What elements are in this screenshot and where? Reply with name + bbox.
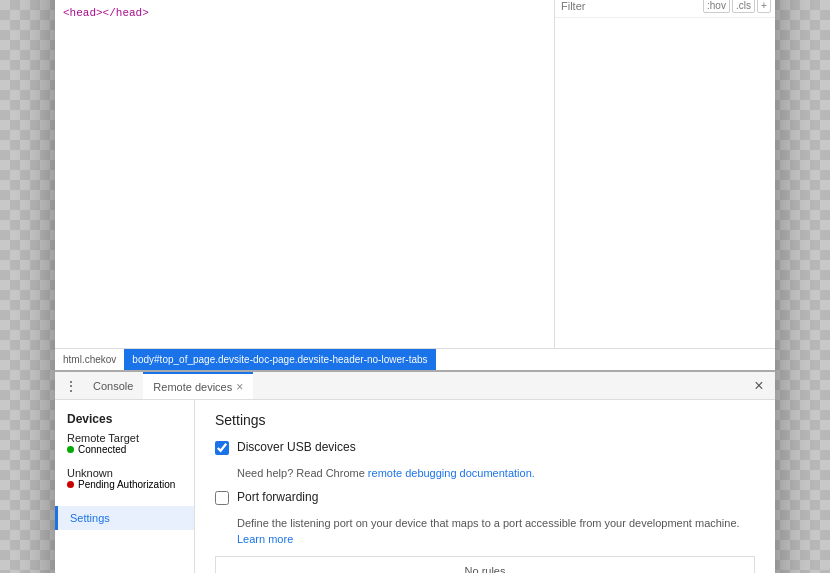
no-rules-box: No rules xyxy=(215,556,755,574)
hov-filter[interactable]: :hov xyxy=(703,0,730,13)
discover-usb-help: Need help? Read Chrome remote debugging … xyxy=(237,465,755,482)
no-rules-text: No rules xyxy=(465,565,506,574)
settings-menu-item[interactable]: Settings xyxy=(55,506,194,530)
devices-heading: Devices xyxy=(67,412,182,426)
breadcrumb: html.chekov body#top_of_page.devsite-doc… xyxy=(55,348,775,370)
discover-usb-row: Discover USB devices xyxy=(215,440,755,455)
device-status-text-remote: Connected xyxy=(78,444,126,455)
settings-content: Settings Discover USB devices Need help?… xyxy=(195,400,775,573)
close-tab-icon[interactable]: × xyxy=(236,380,243,394)
settings-sidebar-item: Settings xyxy=(55,506,194,530)
discover-usb-checkbox[interactable] xyxy=(215,441,229,455)
drawer-menu-icon[interactable]: ⋮ xyxy=(59,374,83,398)
port-forwarding-row: Port forwarding xyxy=(215,490,755,505)
port-forwarding-desc: Define the listening port on your device… xyxy=(237,515,755,548)
close-drawer-icon[interactable]: × xyxy=(747,374,771,398)
device-status-text-unknown: Pending Authorization xyxy=(78,479,175,490)
port-forwarding-link[interactable]: Learn more xyxy=(237,533,293,545)
drawer-tab-label: Remote devices xyxy=(153,381,232,393)
main-area: <!DOCTYPE html> <html lang="en" class="c… xyxy=(55,0,775,348)
device-remote-target: Remote Target Connected xyxy=(67,430,182,457)
help-link[interactable]: remote debugging documentation. xyxy=(368,467,535,479)
device-status-unknown: Pending Authorization xyxy=(67,479,182,490)
add-filter[interactable]: + xyxy=(757,0,771,13)
styles-panel: Styles Computed Event Listeners » :hov .… xyxy=(555,0,775,348)
port-forwarding-checkbox[interactable] xyxy=(215,491,229,505)
discover-usb-label: Discover USB devices xyxy=(237,440,356,454)
devtools-window: Developer Tools - https://developers.goo… xyxy=(55,0,775,573)
status-dot-green xyxy=(67,446,74,453)
filter-bar: :hov .cls + xyxy=(555,0,775,18)
remote-devices-panel: Devices Remote Target Connected Unknown … xyxy=(55,400,775,573)
code-panel: <!DOCTYPE html> <html lang="en" class="c… xyxy=(55,0,555,348)
help-text: Need help? Read Chrome xyxy=(237,467,368,479)
code-line-3: <head></head> xyxy=(55,4,554,22)
device-name-unknown: Unknown xyxy=(67,467,182,479)
status-dot-red xyxy=(67,481,74,488)
port-forwarding-text: Define the listening port on your device… xyxy=(237,517,740,529)
devices-sidebar: Devices Remote Target Connected Unknown … xyxy=(55,400,195,573)
drawer-tab-remote-devices[interactable]: Remote devices × xyxy=(143,372,253,399)
port-forwarding-label: Port forwarding xyxy=(237,490,318,504)
settings-heading: Settings xyxy=(215,412,755,428)
drawer-tab-console[interactable]: Console xyxy=(83,372,143,399)
device-name-remote: Remote Target xyxy=(67,432,182,444)
device-unknown: Unknown Pending Authorization xyxy=(67,465,182,492)
device-status-remote: Connected xyxy=(67,444,182,455)
devices-section: Devices Remote Target Connected Unknown … xyxy=(55,408,194,496)
drawer-tabs-bar: ⋮ Console Remote devices × × xyxy=(55,372,775,400)
filter-tags: :hov .cls + xyxy=(703,0,771,13)
breadcrumb-body[interactable]: body#top_of_page.devsite-doc-page.devsit… xyxy=(124,349,435,370)
filter-input[interactable] xyxy=(561,0,699,12)
drawer: ⋮ Console Remote devices × × Devices Rem… xyxy=(55,370,775,573)
breadcrumb-html[interactable]: html.chekov xyxy=(55,349,124,370)
cls-filter[interactable]: .cls xyxy=(732,0,755,13)
